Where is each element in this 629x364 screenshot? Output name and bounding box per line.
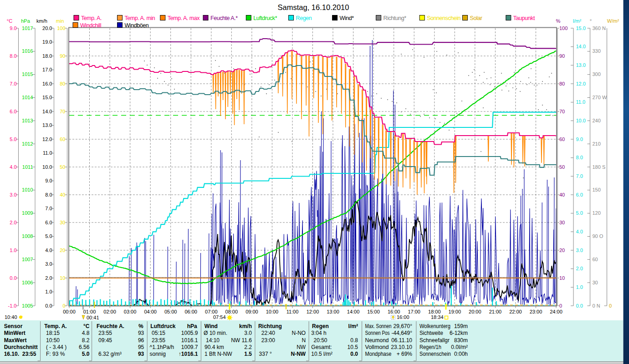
svg-text:0:00h: 0:00h	[454, 351, 468, 357]
svg-text:23.10.10: 23.10.10	[391, 344, 412, 350]
svg-text:Taupunkt: Taupunkt	[513, 15, 535, 21]
svg-text:7.0: 7.0	[576, 173, 583, 179]
svg-text:1.0: 1.0	[45, 289, 52, 294]
svg-text:270 W: 270 W	[593, 95, 607, 100]
svg-text:100: 100	[57, 25, 65, 31]
svg-text:16:00: 16:00	[397, 314, 409, 320]
svg-text:13.0: 13.0	[42, 122, 52, 128]
svg-text:8.0: 8.0	[45, 192, 52, 197]
svg-text:3.0: 3.0	[45, 261, 52, 267]
svg-text:MaxWert: MaxWert	[4, 337, 27, 344]
svg-text:12.0: 12.0	[576, 81, 586, 86]
svg-text:19.0: 19.0	[42, 39, 52, 45]
svg-text:2.0: 2.0	[576, 266, 583, 271]
svg-text:90 O: 90 O	[593, 233, 603, 239]
svg-text:0.0l/m²: 0.0l/m²	[451, 344, 468, 350]
svg-text:180 S: 180 S	[593, 164, 606, 170]
svg-text:Sensor: Sensor	[4, 323, 23, 329]
svg-text:360 N: 360 N	[593, 25, 606, 31]
svg-text:09:45: 09:45	[98, 337, 112, 344]
svg-text:12.0: 12.0	[42, 136, 52, 142]
svg-text:NW: NW	[297, 344, 306, 350]
svg-text:N: N	[302, 337, 306, 344]
svg-text:1013: 1013	[22, 118, 33, 123]
svg-text:11.0: 11.0	[576, 99, 586, 105]
svg-text:Solar: Solar	[470, 15, 482, 21]
svg-text:Sichtweite: Sichtweite	[419, 330, 443, 336]
svg-text:15.0: 15.0	[42, 95, 52, 100]
svg-text:30: 30	[593, 280, 598, 285]
svg-text:0: 0	[559, 303, 562, 308]
svg-text:Vollmond: Vollmond	[365, 344, 389, 350]
svg-text:20: 20	[60, 248, 65, 253]
svg-text:13:00: 13:00	[327, 309, 339, 314]
svg-text:80: 80	[559, 81, 565, 86]
svg-text:Schneefallgr: Schneefallgr	[419, 337, 450, 344]
svg-text:1.0: 1.0	[576, 284, 583, 290]
svg-text:18.0: 18.0	[42, 53, 52, 59]
svg-text:1006: 1006	[22, 280, 33, 285]
svg-text:6.0: 6.0	[45, 220, 52, 225]
svg-text:23:55: 23:55	[152, 337, 165, 344]
svg-text:02:00: 02:00	[103, 309, 116, 314]
svg-text:22:40: 22:40	[261, 330, 275, 336]
svg-text:7.0: 7.0	[45, 206, 52, 211]
svg-text:3.0: 3.0	[10, 192, 16, 197]
svg-text:90: 90	[60, 53, 65, 59]
svg-text:22:00: 22:00	[509, 309, 522, 314]
svg-text:60: 60	[559, 136, 565, 142]
svg-text:70: 70	[60, 109, 65, 114]
svg-text:0.0: 0.0	[350, 351, 358, 357]
svg-text:18:34: 18:34	[431, 314, 444, 320]
svg-text:1007: 1007	[22, 257, 33, 262]
svg-text:N-NO: N-NO	[292, 330, 306, 336]
svg-text:14.0: 14.0	[576, 44, 586, 49]
svg-text:5.0: 5.0	[10, 136, 16, 142]
svg-text:10: 10	[60, 275, 65, 281]
svg-text:19:00: 19:00	[449, 309, 461, 314]
svg-text:MinWert: MinWert	[4, 330, 26, 336]
svg-text:159m: 159m	[454, 323, 468, 329]
svg-text:4.8: 4.8	[82, 330, 90, 336]
svg-text:Richtung*: Richtung*	[384, 15, 407, 21]
svg-text:l/m²: l/m²	[348, 323, 358, 329]
svg-text:23:00: 23:00	[530, 309, 542, 314]
svg-text:14.0: 14.0	[42, 109, 52, 114]
svg-text:Regen: Regen	[312, 323, 329, 329]
svg-text:93: 93	[138, 351, 144, 357]
svg-text:km/h: km/h	[36, 18, 47, 24]
svg-text:7.0: 7.0	[10, 81, 16, 86]
svg-text:1015: 1015	[22, 71, 33, 77]
svg-text:↑1016.1: ↑1016.1	[179, 351, 198, 357]
svg-text:2.0: 2.0	[10, 220, 16, 225]
svg-text:06:00: 06:00	[184, 309, 197, 314]
svg-text:Wind*: Wind*	[340, 15, 354, 21]
svg-text:15:00: 15:00	[367, 309, 380, 314]
svg-text:01:00: 01:00	[83, 309, 96, 314]
svg-text:4.0: 4.0	[10, 164, 16, 170]
svg-text:2.2: 2.2	[244, 344, 252, 350]
svg-text:1012: 1012	[22, 141, 33, 147]
svg-text:9.0: 9.0	[45, 178, 52, 183]
svg-text:W/m²: W/m²	[607, 18, 619, 24]
svg-text:1016: 1016	[22, 48, 33, 54]
svg-text:300: 300	[593, 71, 601, 77]
svg-text:Max. Sonnen: Max. Sonnen	[365, 323, 392, 329]
svg-text:Windchill: Windchill	[80, 22, 101, 29]
svg-text:90.4 km: 90.4 km	[205, 344, 224, 350]
svg-text:-1.0: -1.0	[8, 303, 17, 308]
svg-text:^1.1hPa/h: ^1.1hPa/h	[150, 344, 174, 350]
svg-text:20.0: 20.0	[42, 25, 52, 31]
svg-text:330: 330	[593, 48, 601, 54]
svg-text:1009.7: 1009.7	[181, 344, 198, 350]
svg-text:14:10: 14:10	[206, 337, 220, 344]
svg-text:337 °: 337 °	[259, 351, 272, 357]
svg-text:6.32 g/m³: 6.32 g/m³	[98, 351, 122, 357]
svg-text:10.0: 10.0	[42, 164, 52, 170]
svg-text:1017: 1017	[22, 25, 33, 31]
svg-text:Richtung: Richtung	[258, 323, 282, 329]
svg-text:0: 0	[62, 303, 65, 308]
svg-text:20:00: 20:00	[469, 309, 481, 314]
svg-text:10.5 l/m²: 10.5 l/m²	[311, 351, 332, 357]
svg-text:10: 10	[559, 275, 565, 281]
